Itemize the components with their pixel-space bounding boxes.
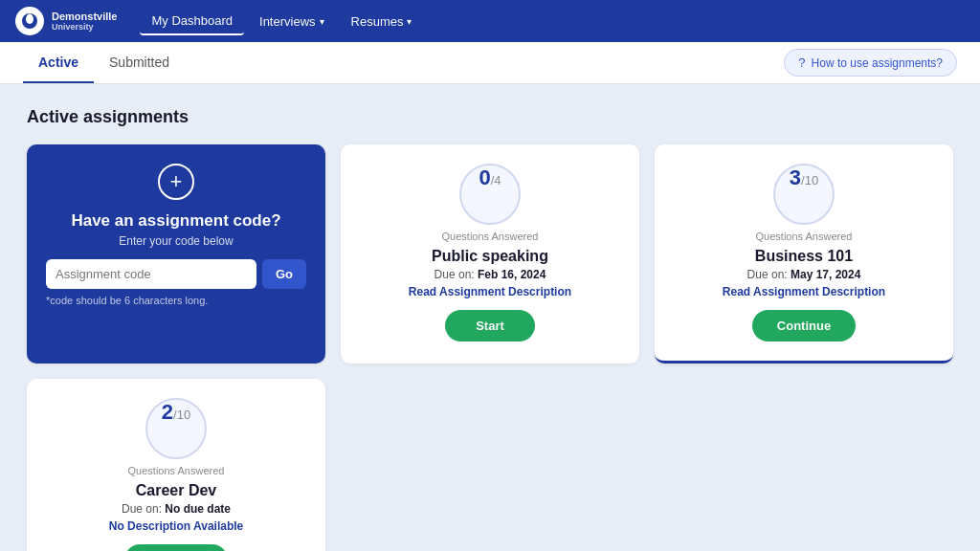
- questions-label: Questions Answered: [442, 231, 539, 242]
- continue-button-career-dev[interactable]: Continue: [124, 544, 228, 551]
- cards-grid-top: + Have an assignment code? Enter your co…: [27, 144, 953, 364]
- brand-logo: [15, 7, 44, 35]
- brand-tagline: University: [52, 22, 117, 32]
- question-icon: ?: [798, 55, 805, 70]
- start-button-public-speaking[interactable]: Start: [445, 310, 535, 342]
- main-content: Active assignments + Have an assignment …: [0, 84, 980, 551]
- total-count: /10: [801, 173, 818, 187]
- chevron-down-icon: ▾: [407, 16, 412, 27]
- tab-submitted[interactable]: Submitted: [94, 42, 185, 83]
- cards-grid-bottom: 2 /10 Questions Answered Career Dev Due …: [27, 379, 953, 551]
- questions-label: Questions Answered: [756, 231, 853, 242]
- go-button[interactable]: Go: [262, 259, 306, 289]
- nav-resumes[interactable]: Resumes ▾: [340, 8, 424, 35]
- add-assignment-card: + Have an assignment code? Enter your co…: [27, 144, 325, 364]
- code-input-row: Go: [46, 259, 306, 289]
- answered-count: 0: [479, 165, 490, 190]
- tabs: Active Submitted: [23, 42, 185, 83]
- code-hint: *code should be 6 characters long.: [46, 295, 208, 306]
- brand-name: Demonstville: [52, 11, 117, 22]
- tabs-bar: Active Submitted ? How to use assignment…: [0, 42, 980, 84]
- answered-count: 2: [162, 400, 173, 425]
- assignment-code-input[interactable]: [46, 259, 256, 289]
- brand: Demonstville University: [15, 7, 117, 35]
- how-to-use-button[interactable]: ? How to use assignments?: [784, 49, 957, 77]
- plus-icon: +: [158, 164, 194, 200]
- nav-interviews[interactable]: Interviews ▾: [248, 8, 336, 35]
- navbar: Demonstville University My Dashboard Int…: [0, 0, 980, 42]
- assignment-card-business-101: 3 /10 Questions Answered Business 101 Du…: [655, 144, 953, 364]
- total-count: /10: [173, 408, 190, 422]
- due-date-career-dev: Due on: No due date: [122, 502, 231, 516]
- answered-count: 3: [790, 165, 801, 190]
- no-description-label: No Description Available: [109, 519, 243, 533]
- assignment-card-public-speaking: 0 /4 Questions Answered Public speaking …: [341, 144, 639, 364]
- svg-point-2: [28, 14, 33, 19]
- stats-circle-business-101: 3 /10: [773, 164, 835, 225]
- assignment-name-public-speaking: Public speaking: [432, 248, 548, 265]
- due-date-business-101: Due on: May 17, 2024: [747, 268, 861, 281]
- add-card-title: Have an assignment code?: [71, 211, 280, 231]
- total-count: /4: [491, 173, 501, 187]
- nav-my-dashboard[interactable]: My Dashboard: [140, 8, 244, 35]
- read-description-link-business-101[interactable]: Read Assignment Description: [723, 285, 885, 298]
- section-title: Active assignments: [27, 107, 953, 127]
- assignment-card-career-dev: 2 /10 Questions Answered Career Dev Due …: [27, 379, 325, 551]
- assignment-name-career-dev: Career Dev: [136, 482, 217, 499]
- stats-circle-public-speaking: 0 /4: [459, 164, 521, 225]
- read-description-link-public-speaking[interactable]: Read Assignment Description: [409, 285, 571, 298]
- stats-circle-career-dev: 2 /10: [145, 398, 207, 459]
- continue-button-business-101[interactable]: Continue: [752, 310, 856, 342]
- due-date-public-speaking: Due on: Feb 16, 2024: [434, 268, 546, 281]
- tab-active[interactable]: Active: [23, 42, 94, 83]
- add-card-subtitle: Enter your code below: [119, 234, 233, 248]
- assignment-name-business-101: Business 101: [755, 248, 853, 265]
- questions-label: Questions Answered: [128, 465, 225, 476]
- chevron-down-icon: ▾: [320, 16, 324, 27]
- nav-links: My Dashboard Interviews ▾ Resumes ▾: [140, 8, 423, 35]
